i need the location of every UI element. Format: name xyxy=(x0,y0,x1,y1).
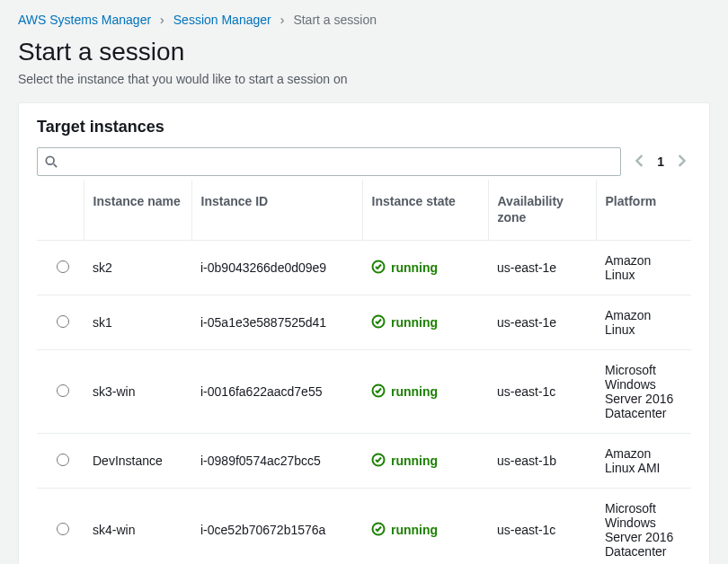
select-instance-radio[interactable] xyxy=(57,454,69,466)
cell-availability-zone: us-east-1c xyxy=(488,489,596,565)
search-input-wrapper[interactable] xyxy=(37,147,621,176)
page-subtitle: Select the instance that you would like … xyxy=(18,72,710,86)
cell-instance-id: i-0b9043266de0d09e9 xyxy=(191,241,362,295)
chevron-right-icon: › xyxy=(160,13,164,27)
panel-title: Target instances xyxy=(37,118,691,137)
cell-instance-id: i-0ce52b70672b1576a xyxy=(191,489,362,565)
cell-platform: Microsoft Windows Server 2016 Datacenter xyxy=(596,489,691,565)
cell-instance-state: running xyxy=(362,350,488,434)
table-row[interactable]: sk3-wini-0016fa622aacd7e55runningus-east… xyxy=(37,350,691,434)
instances-table: Instance name Instance ID Instance state… xyxy=(37,180,691,564)
breadcrumb-current: Start a session xyxy=(293,13,377,27)
cell-platform: Microsoft Windows Server 2016 Datacenter xyxy=(596,350,691,434)
select-instance-radio[interactable] xyxy=(57,384,69,397)
cell-availability-zone: us-east-1e xyxy=(488,295,596,350)
cell-instance-id: i-0016fa622aacd7e55 xyxy=(191,350,362,434)
search-icon xyxy=(45,155,58,168)
status-running-icon xyxy=(371,383,386,401)
table-row[interactable]: sk1i-05a1e3e5887525d41runningus-east-1eA… xyxy=(37,295,691,350)
status-running-icon xyxy=(371,453,386,470)
cell-instance-state: running xyxy=(362,295,488,350)
select-instance-radio[interactable] xyxy=(57,260,69,273)
table-row[interactable]: DevInstancei-0989f0574ac27bcc5runningus-… xyxy=(37,434,691,489)
column-select xyxy=(37,180,84,241)
cell-platform: Amazon Linux xyxy=(596,241,691,295)
cell-instance-id: i-05a1e3e5887525d41 xyxy=(191,295,362,350)
table-row[interactable]: sk4-wini-0ce52b70672b1576arunningus-east… xyxy=(37,489,691,565)
column-instance-id[interactable]: Instance ID xyxy=(191,180,362,241)
breadcrumb-root[interactable]: AWS Systems Manager xyxy=(18,13,151,27)
status-running-icon xyxy=(371,522,386,539)
cell-instance-state: running xyxy=(362,434,488,489)
cell-instance-name: sk2 xyxy=(84,241,191,295)
status-running-icon xyxy=(371,314,386,331)
table-row[interactable]: sk2i-0b9043266de0d09e9runningus-east-1eA… xyxy=(37,241,691,295)
search-input[interactable] xyxy=(63,154,613,169)
breadcrumb-session-manager[interactable]: Session Manager xyxy=(173,13,271,27)
page-number: 1 xyxy=(657,154,664,169)
cell-instance-id: i-0989f0574ac27bcc5 xyxy=(191,434,362,489)
cell-platform: Amazon Linux xyxy=(596,295,691,350)
column-instance-state[interactable]: Instance state xyxy=(362,180,488,241)
select-instance-radio[interactable] xyxy=(57,523,69,535)
page-title: Start a session xyxy=(18,38,710,66)
cell-instance-name: sk4-win xyxy=(84,489,191,565)
svg-point-0 xyxy=(46,156,54,164)
cell-instance-state: running xyxy=(362,241,488,295)
status-running-icon xyxy=(371,260,386,277)
select-instance-radio[interactable] xyxy=(57,315,69,328)
cell-platform: Amazon Linux AMI xyxy=(596,434,691,489)
cell-availability-zone: us-east-1b xyxy=(488,434,596,489)
cell-instance-name: DevInstance xyxy=(84,434,191,489)
target-instances-panel: Target instances 1 xyxy=(18,102,710,564)
pagination: 1 xyxy=(630,154,691,170)
cell-instance-name: sk1 xyxy=(84,295,191,350)
column-platform[interactable]: Platform xyxy=(596,180,691,241)
next-page-icon[interactable] xyxy=(677,154,686,170)
prev-page-icon[interactable] xyxy=(635,154,644,170)
cell-availability-zone: us-east-1e xyxy=(488,241,596,295)
cell-instance-name: sk3-win xyxy=(84,350,191,434)
column-instance-name[interactable]: Instance name xyxy=(84,180,191,241)
column-availability-zone[interactable]: Availability zone xyxy=(488,180,596,241)
breadcrumb: AWS Systems Manager › Session Manager › … xyxy=(18,13,710,27)
svg-line-1 xyxy=(54,164,58,168)
chevron-right-icon: › xyxy=(280,13,285,27)
cell-availability-zone: us-east-1c xyxy=(488,350,596,434)
cell-instance-state: running xyxy=(362,489,488,565)
